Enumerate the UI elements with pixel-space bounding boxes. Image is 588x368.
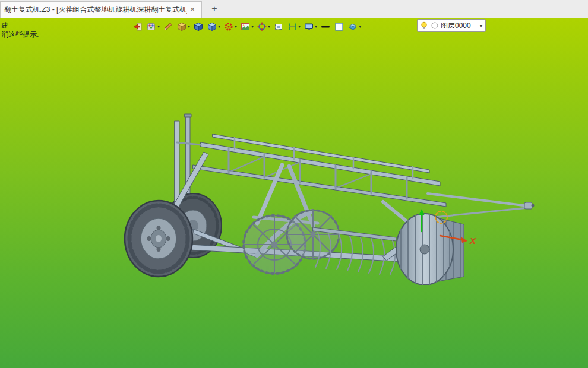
truss-frame <box>177 134 446 207</box>
layer-combobox[interactable]: 图层0000 ▾ <box>417 19 486 32</box>
image-capture-button[interactable]: ▾ <box>239 21 254 33</box>
gear-icon <box>223 21 234 32</box>
window-select-icon <box>273 21 284 32</box>
exit-button[interactable] <box>132 21 144 33</box>
view-cube-icon <box>207 21 217 32</box>
3d-viewport[interactable]: 建 消这些提示. ▾ <box>0 18 588 368</box>
layer-name: 图层0000 <box>441 21 477 31</box>
axis-ruler-button[interactable]: ▾ <box>286 21 301 33</box>
dropdown-caret[interactable]: ▾ <box>268 24 270 29</box>
dropdown-caret[interactable]: ▾ <box>157 24 160 29</box>
dropdown-caret[interactable]: ▾ <box>359 24 361 29</box>
cube-icon <box>193 21 204 32</box>
render-style-button[interactable]: ▾ <box>146 21 160 33</box>
dropdown-caret[interactable]: ▾ <box>251 24 254 29</box>
layer-visibility-bulb-icon[interactable] <box>419 21 429 30</box>
mast-front <box>175 121 179 204</box>
dropdown-caret[interactable]: ▾ <box>235 24 237 29</box>
hint-text: 建 消这些提示. <box>1 21 39 39</box>
new-tab-button[interactable]: + <box>208 2 221 15</box>
axis-y-arrowhead-icon <box>419 209 425 215</box>
layers-button[interactable]: ▾ <box>347 21 362 33</box>
titlebar: 翻土复式机.Z3 - [灭茬组合式整地机旋耕机深耕翻土复式机] × + <box>0 0 588 18</box>
target-icon <box>257 21 267 32</box>
pencil-icon <box>163 21 173 32</box>
document-tab-title: 翻土复式机.Z3 - [灭茬组合式整地机旋耕机深耕翻土复式机] <box>4 5 187 15</box>
dropdown-caret[interactable]: ▾ <box>298 24 301 29</box>
gear-button[interactable]: ▾ <box>223 21 238 33</box>
line-width-button[interactable] <box>320 21 331 33</box>
hint-line-2: 消这些提示. <box>1 30 39 39</box>
material-box-button[interactable]: ▾ <box>176 21 191 33</box>
dropdown-caret[interactable]: ▾ <box>315 24 317 29</box>
material-box-icon <box>176 21 187 32</box>
cube-button[interactable] <box>192 21 204 33</box>
background-button[interactable] <box>333 21 345 33</box>
display-mode-icon <box>304 21 314 32</box>
document-tab[interactable]: 翻土复式机.Z3 - [灭茬组合式整地机旋耕机深耕翻土复式机] × <box>0 1 202 18</box>
floating-toolbar: ▾ ▾ <box>132 20 362 34</box>
display-mode-button[interactable]: ▾ <box>303 21 318 33</box>
front-tire <box>125 201 192 277</box>
layers-icon <box>347 21 358 32</box>
target-button[interactable]: ▾ <box>256 21 271 33</box>
tab-close-icon[interactable]: × <box>187 5 198 15</box>
axis-x-label: X <box>469 236 476 246</box>
layer-dropdown-caret[interactable]: ▾ <box>479 23 483 28</box>
pencil-button[interactable] <box>162 21 174 33</box>
render-style-icon <box>146 21 157 32</box>
dropdown-caret[interactable]: ▾ <box>188 24 190 29</box>
axis-ruler-icon <box>287 21 298 32</box>
layer-color-swatch[interactable] <box>431 21 439 30</box>
dropdown-caret[interactable]: ▾ <box>218 24 220 29</box>
background-icon <box>334 21 344 32</box>
view-cube-button[interactable]: ▾ <box>206 21 221 33</box>
exit-icon <box>132 21 143 32</box>
image-capture-icon <box>240 21 251 32</box>
mast-cap <box>185 114 191 117</box>
machine-model: X <box>104 107 543 303</box>
line-width-icon <box>320 21 331 32</box>
hint-line-1: 建 <box>1 21 39 30</box>
packer-drum <box>396 214 464 285</box>
window-select-button[interactable] <box>273 21 284 33</box>
